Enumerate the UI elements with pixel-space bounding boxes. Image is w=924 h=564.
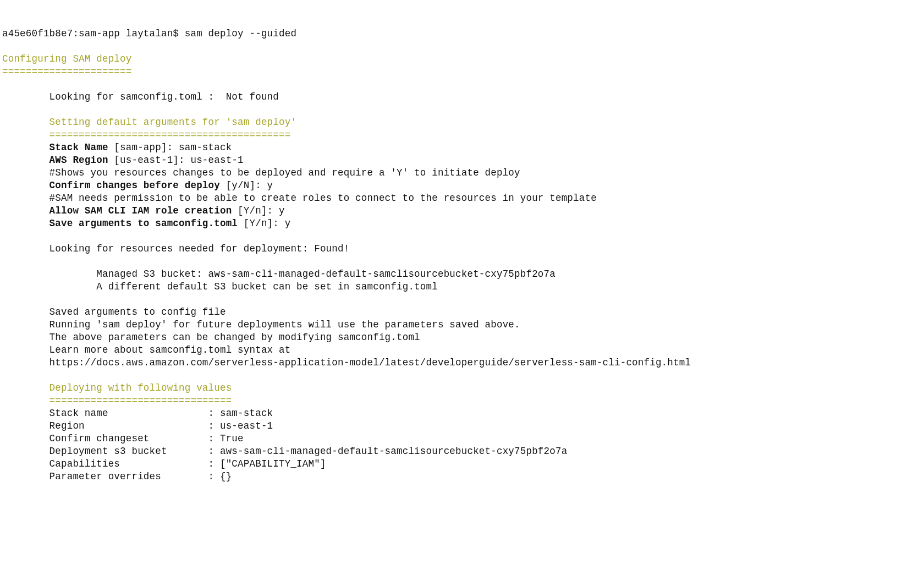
section-header-configuring: Configuring SAM deploy bbox=[2, 53, 131, 64]
save-args-value: [Y/n]: y bbox=[238, 218, 290, 229]
confirm-changes-value: [y/N]: y bbox=[220, 180, 273, 191]
section-rule: =============================== bbox=[2, 395, 232, 406]
saved-args-line: Saved arguments to config file bbox=[2, 306, 226, 317]
managed-bucket-line: Managed S3 bucket: aws-sam-cli-managed-d… bbox=[2, 269, 556, 280]
docs-url-line: https://docs.aws.amazon.com/serverless-a… bbox=[2, 357, 691, 368]
params-changed-line: The above parameters can be changed by m… bbox=[2, 332, 420, 343]
deploy-bucket-line: Deployment s3 bucket : aws-sam-cli-manag… bbox=[2, 446, 567, 457]
section-header-defaults: Setting default arguments for 'sam deplo… bbox=[2, 117, 296, 128]
running-deploy-line: Running 'sam deploy' for future deployme… bbox=[2, 319, 520, 330]
deploy-params-line: Parameter overrides : {} bbox=[2, 471, 232, 482]
section-rule: ====================== bbox=[2, 66, 131, 77]
alt-bucket-line: A different default S3 bucket can be set… bbox=[2, 281, 438, 292]
looking-config-line: Looking for samconfig.toml : Not found bbox=[2, 91, 279, 102]
section-rule: ========================================… bbox=[2, 129, 290, 140]
learn-more-line: Learn more about samconfig.toml syntax a… bbox=[2, 344, 290, 355]
iam-comment: #SAM needs permission to be able to crea… bbox=[2, 193, 597, 204]
confirm-comment: #Shows you resources changes to be deplo… bbox=[2, 167, 520, 178]
stack-name-label: Stack Name bbox=[2, 142, 108, 153]
aws-region-value: [us-east-1]: us-east-1 bbox=[108, 155, 244, 166]
deploy-caps-line: Capabilities : ["CAPABILITY_IAM"] bbox=[2, 458, 326, 469]
save-args-label: Save arguments to samconfig.toml bbox=[2, 218, 238, 229]
deploy-confirm-line: Confirm changeset : True bbox=[2, 433, 244, 444]
confirm-changes-label: Confirm changes before deploy bbox=[2, 180, 220, 191]
looking-resources-line: Looking for resources needed for deploym… bbox=[2, 243, 349, 254]
iam-role-value: [Y/n]: y bbox=[232, 205, 284, 216]
terminal-prompt: a45e60f1b8e7:sam-app laytalan$ sam deplo… bbox=[2, 28, 296, 39]
aws-region-label: AWS Region bbox=[2, 155, 108, 166]
deploy-stack-line: Stack name : sam-stack bbox=[2, 408, 273, 419]
iam-role-label: Allow SAM CLI IAM role creation bbox=[2, 205, 232, 216]
section-header-deploying: Deploying with following values bbox=[2, 382, 232, 393]
stack-name-value: [sam-app]: sam-stack bbox=[108, 142, 232, 153]
deploy-region-line: Region : us-east-1 bbox=[2, 420, 273, 431]
